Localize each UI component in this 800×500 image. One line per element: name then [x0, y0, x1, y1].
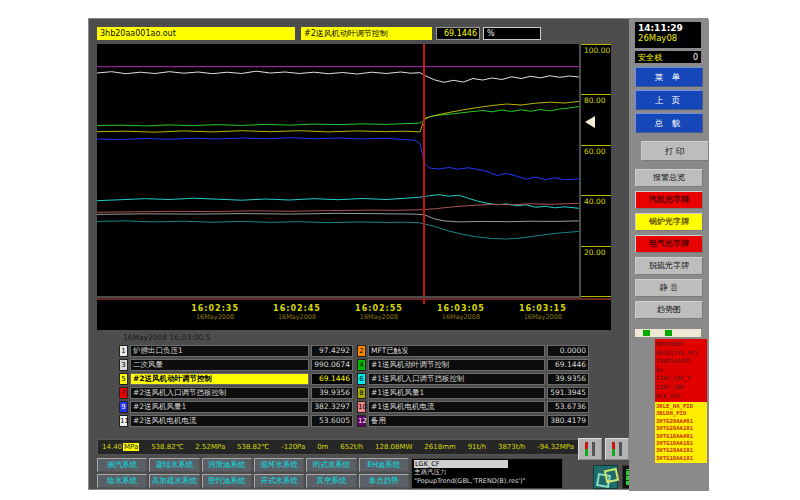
alarm-tag[interactable]: 3HTG10AA101 — [656, 440, 707, 447]
alarm-tag-list-red: B8901BHTN01E175S.4P1T18E12ACHTO21IDF_GZP… — [655, 339, 707, 402]
indicator-tile-icon[interactable] — [605, 438, 629, 460]
time-cursor-line[interactable] — [423, 44, 425, 296]
x-axis-tick: 16:02:4516May2008 — [273, 304, 321, 321]
legend-point-name: #2送风机入口调节挡板控制 — [130, 387, 309, 399]
alarm-tag[interactable]: T18E12ACHT — [656, 357, 707, 366]
sidebar-function-button[interactable]: 趋势图 — [635, 301, 703, 319]
link-icon[interactable] — [593, 465, 618, 489]
green-bar-icon — [585, 449, 588, 456]
legend-row[interactable]: 6#1送风机入口调节挡板控制39.9356 — [357, 373, 589, 385]
menu-button[interactable]: 单点趋势 — [359, 474, 409, 488]
legend-row[interactable]: 12备用380.4179 — [357, 415, 589, 427]
x-axis-tick: 16:02:5516May2008 — [355, 304, 403, 321]
menu-button[interactable]: 密封油系统 — [202, 474, 252, 488]
legend-row[interactable]: 8#1送风机风量1591.3945 — [357, 387, 589, 399]
status-value: 0m — [317, 443, 328, 451]
red-bar-icon — [585, 442, 588, 449]
point-name-field[interactable]: #2送风机动叶调节控制 — [301, 27, 432, 40]
sidebar-function-button[interactable]: 报警总览 — [635, 169, 703, 187]
menu-button[interactable]: 凝结水系统 — [149, 458, 199, 472]
menu-button[interactable]: 润滑油系统 — [202, 458, 252, 472]
alarm-tag[interactable]: O2 — [656, 366, 707, 375]
info-selected-entry[interactable]: LGK_CF — [414, 460, 508, 468]
legend-row[interactable]: 4#1送风机动叶调节控制69.1446 — [357, 359, 589, 371]
menu-button[interactable]: 高加疏水系统 — [149, 474, 199, 488]
alarm-tag[interactable]: 3HTG20AA#01 — [656, 418, 707, 425]
trend-curves — [97, 44, 579, 296]
x-tick-date: 16May2008 — [191, 313, 239, 321]
alarm-tag[interactable]: 1IDF_GZP — [656, 383, 707, 392]
sidebar-function-button[interactable]: 锅炉光字牌 — [635, 213, 703, 231]
trend-chart[interactable] — [97, 44, 579, 296]
legend-row[interactable]: 9#2送风机风量1382.3297 — [119, 401, 353, 413]
legend-point-value: 69.1446 — [547, 359, 589, 371]
sidebar-function-button[interactable]: 汽机光字牌 — [635, 191, 703, 209]
alarm-tag[interactable]: 3HTG20AA101 — [656, 425, 707, 432]
legend-color-key: 1 — [119, 345, 128, 357]
legend-row[interactable]: 7#2送风机入口调节挡板控制39.9356 — [119, 387, 353, 399]
alarm-tag[interactable]: 3HTG10AA101 — [656, 455, 707, 462]
print-button[interactable]: 打 印 — [641, 141, 709, 161]
menu-button[interactable]: 循环水系统 — [254, 458, 304, 472]
alarm-tag[interactable]: 3RLE_HA_PID — [656, 403, 707, 410]
menu-button[interactable]: 开式水系统 — [254, 474, 304, 488]
alarm-tag[interactable]: 1IDF_GZP_F — [656, 374, 707, 383]
clock-date: 26May08 — [638, 33, 698, 43]
trend-series-white — [97, 71, 579, 82]
legend-point-name: #2送风机风量1 — [130, 401, 309, 413]
legend-row[interactable]: 5#2送风机动叶调节控制69.1446 — [119, 373, 353, 385]
legend-color-key: 9 — [119, 401, 128, 413]
sidebar-function-button[interactable]: 电气光字牌 — [635, 235, 703, 253]
x-tick-time: 16:03:05 — [437, 304, 485, 313]
legend-color-key: 5 — [119, 373, 128, 385]
indicator-tile-icon[interactable] — [578, 438, 602, 460]
legend-color-key: 4 — [357, 359, 366, 371]
alarm-tag[interactable]: B8901BHT — [656, 340, 707, 349]
legend-point-name: 备用 — [368, 415, 545, 427]
menu-button[interactable]: 给水系统 — [97, 474, 147, 488]
legend-row[interactable]: 3二次风量990.0674 — [119, 359, 353, 371]
legend-point-value: 39.9356 — [311, 387, 353, 399]
sidebar-nav-button[interactable]: 上 页 — [635, 90, 703, 110]
sidebar-function-button[interactable]: 脱硫光字牌 — [635, 257, 703, 275]
legend-color-key: 12 — [357, 415, 366, 427]
legend-point-value: 39.9356 — [547, 373, 589, 385]
menu-button[interactable]: 闭式水系统 — [306, 458, 356, 472]
legend-point-name: MFT已触发 — [368, 345, 545, 357]
legend-point-name: #1送风机动叶调节控制 — [368, 359, 545, 371]
alarm-tag[interactable]: 3HTG20AA101 — [656, 447, 707, 454]
status-value: 2618mm — [424, 443, 455, 451]
legend-row[interactable]: 10#1送风机电机电流53.6736 — [357, 401, 589, 413]
sidebar-nav-button[interactable]: 菜 单 — [635, 67, 703, 87]
scale-bar-icon — [592, 442, 595, 456]
red-bar-icon — [612, 442, 615, 449]
legend-row[interactable]: 2MFT已触发0.0000 — [357, 345, 589, 357]
x-tick-date: 16May2008 — [437, 313, 485, 321]
alarm-tag[interactable]: 3HTG10AA#01 — [656, 433, 707, 440]
menu-button[interactable]: EH油系统 — [359, 458, 409, 472]
legend-color-key: 11 — [119, 415, 128, 427]
legend-column-right: 2MFT已触发0.00004#1送风机动叶调节控制69.14466#1送风机入口… — [357, 345, 589, 433]
sidebar-function-button[interactable]: 静 音 — [635, 279, 703, 297]
legend-row[interactable]: 11#2送风机电机电流53.6005 — [119, 415, 353, 427]
legend-color-key: 3 — [119, 359, 128, 371]
sidebar-nav-button[interactable]: 总 貌 — [635, 113, 703, 133]
cursor-tick — [423, 298, 425, 304]
menu-button[interactable]: 真空系统 — [306, 474, 356, 488]
point-info-box: LGK_CF 主蒸汽压力 "PopupTrend(GBL,'TREND(B).r… — [411, 458, 563, 489]
status-value-unit: MPa — [123, 443, 139, 451]
alarm-tag[interactable]: N01E175S.4P1 — [656, 349, 707, 358]
legend-point-value: 53.6736 — [547, 401, 589, 413]
value-pointer-icon[interactable] — [585, 116, 595, 128]
legend-row[interactable]: 1炉膛出口负压197.4292 — [119, 345, 353, 357]
status-value: 14.40MPa — [102, 443, 139, 451]
point-tag-field[interactable]: 3hb20aa001ao.out — [97, 27, 295, 40]
alarm-tag[interactable]: NLE_PAF — [656, 392, 707, 401]
status-value: 91t/h — [468, 443, 486, 451]
alarm-tag[interactable]: 3BLDH_PID — [656, 410, 707, 417]
x-tick-time: 16:02:55 — [355, 304, 403, 313]
legend-color-key: 6 — [357, 373, 366, 385]
system-menu: 抽汽系统凝结水系统润滑油系统循环水系统闭式水系统EH油系统给水系统高加疏水系统密… — [97, 458, 411, 489]
menu-button[interactable]: 抽汽系统 — [97, 458, 147, 472]
green-mark-icon — [665, 330, 672, 336]
